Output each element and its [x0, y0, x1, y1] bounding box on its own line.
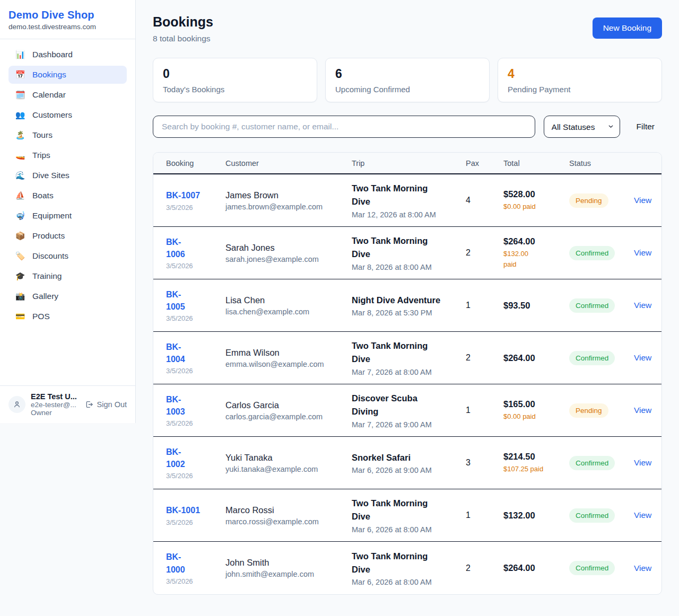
booking-cell: BK-1001 3/5/2026 [166, 504, 225, 526]
stats-row: 0 Today's Bookings 6 Upcoming Confirmed … [153, 58, 662, 102]
stat-card-upcoming-confirmed: 6 Upcoming Confirmed [325, 58, 490, 102]
table-body: BK-1007 3/5/2026 James Brown james.brown… [153, 174, 661, 594]
sidebar-item-label: Trips [32, 151, 50, 160]
booking-cell: BK- 1000 3/5/2026 [166, 551, 225, 585]
total-cell: $214.50 $107.25 paid [503, 452, 569, 474]
total-amount: $214.50 [503, 452, 562, 462]
booking-id-link[interactable]: BK- 1002 [166, 446, 218, 470]
booking-id-link[interactable]: BK- 1004 [166, 341, 218, 365]
view-link[interactable]: View [634, 564, 651, 573]
shop-domain: demo.test.divestreams.com [8, 23, 127, 31]
stat-label: Today's Bookings [163, 85, 307, 94]
trip-datetime: Mar 6, 2026 at 9:00 AM [352, 466, 458, 474]
view-link[interactable]: View [634, 406, 651, 415]
sailboat-icon: ⛵ [15, 191, 25, 200]
status-cell: Pending [569, 403, 634, 418]
user-section: E2E Test U... e2e-tester@... Owner Sign … [0, 385, 135, 423]
sidebar-item-label: Boats [32, 191, 54, 200]
sign-out-button[interactable]: Sign Out [85, 400, 127, 409]
status-select-wrap: All Statuses [544, 116, 620, 138]
stat-label: Pending Payment [508, 85, 652, 94]
total-cell: $264.00 [503, 353, 569, 363]
table-header-row: Booking Customer Trip Pax Total Status [153, 153, 661, 174]
trip-cell: Two Tank Morning Dive Mar 7, 2026 at 8:0… [352, 339, 466, 376]
user-meta: E2E Test U... e2e-tester@... Owner [31, 392, 80, 417]
column-header-trip: Trip [352, 159, 466, 168]
booking-id-link[interactable]: BK-1001 [166, 504, 218, 516]
action-cell: View [634, 196, 659, 205]
column-header-total: Total [503, 159, 569, 168]
booking-id-link[interactable]: BK- 1000 [166, 551, 218, 575]
booking-id-link[interactable]: BK-1007 [166, 189, 218, 201]
sidebar-item-gallery[interactable]: 📸 Gallery [8, 287, 127, 305]
status-badge: Confirmed [569, 456, 615, 470]
action-cell: View [634, 248, 659, 258]
action-cell: View [634, 353, 659, 363]
sidebar-item-equipment[interactable]: 🤿 Equipment [8, 207, 127, 225]
sidebar-item-discounts[interactable]: 🏷️ Discounts [8, 247, 127, 265]
filter-button[interactable]: Filter [637, 122, 655, 131]
sidebar-item-trips[interactable]: 🚤 Trips [8, 146, 127, 164]
stat-card-pending-payment: 4 Pending Payment [498, 58, 662, 102]
total-cell: $528.00 $0.00 paid [503, 189, 569, 212]
customer-email: james.brown@example.com [225, 203, 344, 211]
sidebar-item-boats[interactable]: ⛵ Boats [8, 187, 127, 205]
bookings-table: Booking Customer Trip Pax Total Status B… [153, 152, 662, 595]
sidebar-item-dashboard[interactable]: 📊 Dashboard [8, 46, 127, 64]
speedboat-icon: 🚤 [15, 151, 25, 160]
trip-name: Discover Scuba Diving [352, 392, 458, 418]
view-link[interactable]: View [634, 458, 651, 467]
stat-card-todays-bookings: 0 Today's Bookings [153, 58, 317, 102]
search-input[interactable] [153, 116, 535, 138]
bar-chart-icon: 📊 [15, 50, 25, 59]
customer-name: Lisa Chen [225, 295, 344, 305]
trip-name: Two Tank Morning Dive [352, 497, 458, 523]
booking-date: 3/5/2026 [166, 472, 218, 480]
view-link[interactable]: View [634, 353, 651, 362]
view-link[interactable]: View [634, 248, 651, 257]
table-row: BK-1007 3/5/2026 James Brown james.brown… [153, 174, 661, 227]
customer-cell: Lisa Chen lisa.chen@example.com [225, 295, 352, 316]
sidebar-item-dive-sites[interactable]: 🌊 Dive Sites [8, 166, 127, 184]
paid-amount: $132.00 paid [503, 249, 562, 269]
trip-datetime: Mar 12, 2026 at 8:00 AM [352, 210, 458, 219]
stat-value: 4 [508, 67, 652, 81]
people-icon: 👥 [15, 110, 25, 120]
new-booking-button[interactable]: New Booking [593, 17, 662, 39]
trip-name: Two Tank Morning Dive [352, 182, 458, 208]
pax-cell: 2 [466, 353, 503, 363]
sidebar-item-products[interactable]: 📦 Products [8, 227, 127, 245]
action-cell: View [634, 458, 659, 468]
booking-id-link[interactable]: BK- 1006 [166, 236, 218, 260]
trip-name: Snorkel Safari [352, 451, 458, 464]
booking-id-link[interactable]: BK- 1003 [166, 393, 218, 418]
sidebar-item-calendar[interactable]: 🗓️ Calendar [8, 86, 127, 104]
sidebar-item-tours[interactable]: 🏝️ Tours [8, 126, 127, 144]
sidebar-item-bookings[interactable]: 📅 Bookings [8, 66, 127, 84]
sidebar-item-training[interactable]: 🎓 Training [8, 267, 127, 285]
booking-cell: BK- 1002 3/5/2026 [166, 446, 225, 480]
trip-datetime: Mar 6, 2026 at 8:00 AM [352, 578, 458, 586]
status-badge: Pending [569, 403, 608, 418]
action-cell: View [634, 564, 659, 573]
total-cell: $264.00 [503, 563, 569, 573]
customer-email: marco.rossi@example.com [225, 517, 344, 526]
total-amount: $132.00 [503, 511, 562, 521]
pax-cell: 2 [466, 564, 503, 573]
booking-id-link[interactable]: BK- 1005 [166, 288, 218, 313]
booking-cell: BK- 1005 3/5/2026 [166, 288, 225, 322]
status-select[interactable]: All Statuses [544, 116, 620, 138]
total-bookings-count: 8 total bookings [153, 34, 213, 43]
diving-mask-icon: 🤿 [15, 211, 25, 221]
trip-name: Two Tank Morning Dive [352, 550, 458, 576]
view-link[interactable]: View [634, 511, 651, 520]
booking-date: 3/5/2026 [166, 518, 218, 526]
trip-datetime: Mar 6, 2026 at 8:00 AM [352, 525, 458, 534]
view-link[interactable]: View [634, 301, 651, 310]
stat-label: Upcoming Confirmed [335, 85, 480, 94]
view-link[interactable]: View [634, 196, 651, 205]
trip-datetime: Mar 7, 2026 at 9:00 AM [352, 420, 458, 429]
sidebar-item-customers[interactable]: 👥 Customers [8, 106, 127, 124]
sidebar-item-label: Tours [32, 130, 53, 140]
sidebar-item-pos[interactable]: 💳 POS [8, 307, 127, 325]
